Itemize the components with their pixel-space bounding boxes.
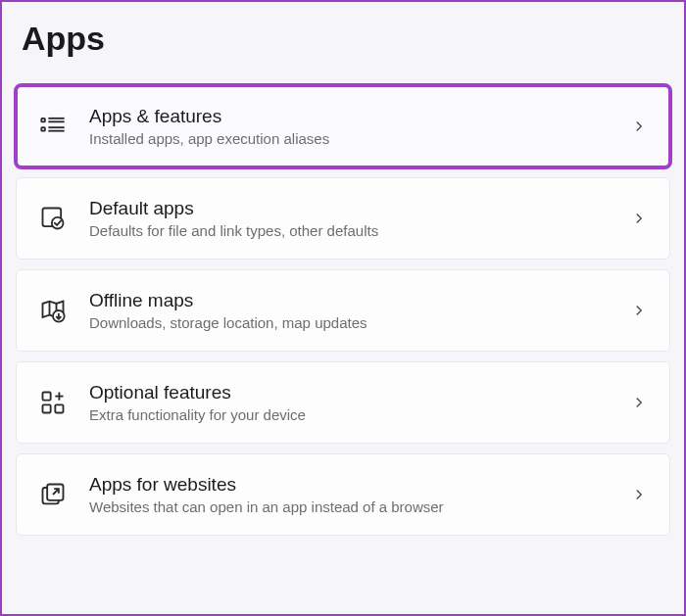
item-text: Apps & features Installed apps, app exec… [89,106,630,147]
item-desc: Downloads, storage location, map updates [89,314,630,331]
settings-item-apps-features[interactable]: Apps & features Installed apps, app exec… [16,85,670,167]
page-title: Apps [22,20,670,58]
item-text: Offline maps Downloads, storage location… [89,290,630,331]
item-desc: Websites that can open in an app instead… [89,498,630,515]
settings-list: Apps & features Installed apps, app exec… [16,85,670,536]
item-title: Optional features [89,382,630,403]
svg-rect-0 [41,118,45,122]
settings-item-offline-maps[interactable]: Offline maps Downloads, storage location… [16,269,670,352]
chevron-right-icon [630,394,648,411]
item-text: Apps for websites Websites that can open… [89,474,630,515]
svg-rect-12 [43,393,51,401]
settings-item-apps-websites[interactable]: Apps for websites Websites that can open… [16,453,670,536]
item-desc: Installed apps, app execution aliases [89,130,630,147]
chevron-right-icon [630,118,648,135]
offline-maps-icon [38,296,68,325]
chevron-right-icon [630,302,648,319]
item-title: Offline maps [89,290,630,311]
item-title: Apps for websites [89,474,630,496]
item-text: Optional features Extra functionality fo… [89,382,630,423]
svg-rect-1 [41,127,45,131]
apps-websites-icon [38,480,68,509]
item-desc: Defaults for file and link types, other … [89,222,630,239]
settings-item-default-apps[interactable]: Default apps Defaults for file and link … [16,177,670,260]
item-desc: Extra functionality for your device [89,406,630,423]
apps-features-icon [38,112,68,141]
default-apps-icon [38,204,68,233]
settings-item-optional-features[interactable]: Optional features Extra functionality fo… [16,361,670,444]
svg-point-7 [52,217,64,229]
chevron-right-icon [630,210,648,227]
item-title: Apps & features [89,106,630,127]
svg-rect-14 [55,404,63,412]
svg-rect-13 [43,404,51,412]
chevron-right-icon [630,486,648,503]
item-text: Default apps Defaults for file and link … [89,198,630,239]
optional-features-icon [38,388,68,417]
item-title: Default apps [89,198,630,219]
